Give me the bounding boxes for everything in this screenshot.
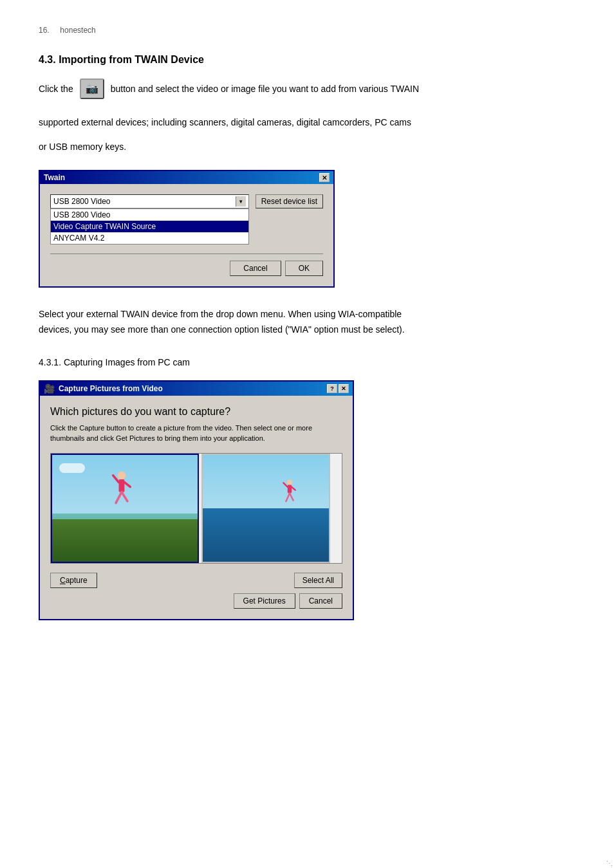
get-pictures-button[interactable]: Get Pictures: [234, 593, 295, 609]
twain-option-3[interactable]: ANYCAM V4.2: [51, 232, 248, 244]
thumbnail-left[interactable]: [51, 454, 199, 563]
select-all-button[interactable]: Select All: [294, 573, 342, 588]
desc-text-1: Select your external TWAIN device from t…: [39, 309, 402, 319]
subsection-title: 4.3.1. Capturing Images from PC cam: [39, 357, 575, 367]
twain-title-bar: Twain ✕: [40, 171, 333, 184]
twain-dropdown-container: USB 2800 Video ▼ USB 2800 Video Video Ca…: [50, 194, 249, 245]
twain-device-row: USB 2800 Video ▼ USB 2800 Video Video Ca…: [50, 194, 323, 245]
svg-line-11: [290, 494, 293, 501]
page-header: 16. honestech: [39, 26, 575, 35]
twain-option-1[interactable]: USB 2800 Video: [51, 209, 248, 221]
desc-text-2: devices, you may see more than one conne…: [39, 324, 405, 335]
capture-dialog-body: Which pictures do you want to capture? C…: [40, 396, 353, 619]
capture-cancel-button[interactable]: Cancel: [299, 593, 342, 609]
person-left-svg: [109, 470, 135, 521]
capture-title-bar-right: ? ✕: [327, 384, 349, 393]
capture-desc: Click the Capture button to create a pic…: [50, 423, 342, 444]
thumbnails-area: [50, 453, 342, 564]
twain-dialog: Twain ✕ USB 2800 Video ▼ USB 2800 Video …: [39, 170, 335, 288]
capture-title-bar: 🎥 Capture Pictures from Video ? ✕: [40, 382, 353, 396]
body-line3: or USB memory keys.: [39, 136, 575, 157]
twain-option-2[interactable]: Video Capture TWAIN Source: [51, 221, 248, 232]
capture-footer: Get Pictures Cancel: [50, 593, 342, 609]
twain-close-button[interactable]: ✕: [319, 173, 330, 182]
intro-paragraph: Click the button and select the video or…: [39, 78, 575, 99]
svg-line-4: [116, 492, 122, 503]
capture-button[interactable]: CCaptureapture: [50, 573, 97, 588]
capture-help-button[interactable]: ?: [327, 384, 337, 393]
capture-heading: Which pictures do you want to capture?: [50, 406, 342, 418]
twain-device-dropdown[interactable]: USB 2800 Video ▼: [50, 194, 249, 208]
capture-close-button[interactable]: ✕: [339, 384, 349, 393]
svg-line-5: [122, 492, 127, 501]
twain-selected-value: USB 2800 Video: [53, 197, 111, 206]
twain-dropdown-list: USB 2800 Video Video Capture TWAIN Sourc…: [50, 208, 249, 245]
svg-rect-1: [119, 479, 125, 492]
twain-import-icon[interactable]: [80, 78, 104, 99]
intro-before-icon: Click the: [39, 79, 73, 99]
body-line2: supported external devices; including sc…: [39, 112, 575, 133]
twain-dialog-title: Twain: [44, 173, 65, 182]
svg-rect-7: [288, 485, 292, 494]
app-name: honestech: [60, 26, 95, 35]
capture-button-label: CCaptureapture: [60, 576, 88, 585]
description-line1: Select your external TWAIN device from t…: [39, 307, 575, 338]
thumbnail-right[interactable]: [201, 454, 330, 563]
svg-line-9: [292, 487, 295, 490]
page-number: 16.: [39, 26, 50, 35]
capture-controls: CCaptureapture Select All: [50, 573, 342, 588]
twain-footer: Cancel OK: [50, 254, 323, 276]
twain-ok-button[interactable]: OK: [285, 261, 323, 276]
twain-dialog-body: USB 2800 Video ▼ USB 2800 Video Video Ca…: [40, 184, 333, 286]
svg-line-3: [125, 482, 131, 486]
svg-point-6: [287, 480, 292, 485]
person-right-svg: [282, 478, 297, 510]
svg-line-8: [283, 483, 287, 487]
intro-after-icon: button and select the video or image fil…: [111, 79, 419, 99]
twain-dropdown-arrow: ▼: [236, 196, 246, 207]
section-title: 4.3. Importing from TWAIN Device: [39, 54, 575, 66]
capture-dialog: 🎥 Capture Pictures from Video ? ✕ Which …: [39, 380, 354, 620]
svg-point-0: [118, 472, 126, 479]
resize-grip: ⋱: [606, 860, 613, 867]
twain-cancel-button[interactable]: Cancel: [230, 261, 281, 276]
capture-dialog-title: Capture Pictures from Video: [59, 384, 163, 393]
reset-device-list-button[interactable]: Reset device list: [256, 194, 323, 208]
svg-line-10: [286, 494, 290, 502]
